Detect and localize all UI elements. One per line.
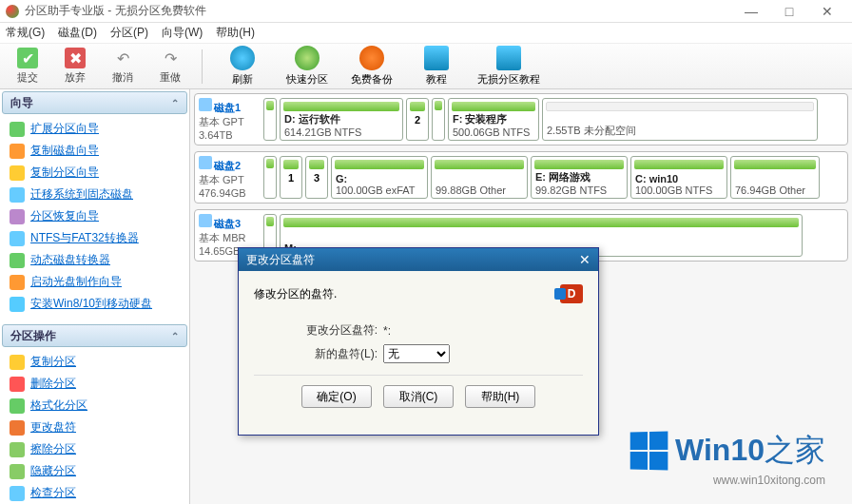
partition[interactable]: E: 网络游戏99.82GB NTFS (531, 156, 628, 199)
ops-item-label: 复制分区 (30, 354, 76, 370)
close-button[interactable]: ✕ (808, 1, 846, 22)
partition-name: F: 安装程序 (453, 112, 534, 126)
watermark-url: www.win10xitong.com (629, 474, 825, 487)
panel-ops-header[interactable]: 分区操作 ⌃ (2, 324, 187, 347)
ops-item[interactable]: 擦除分区 (6, 438, 184, 460)
partition[interactable] (263, 156, 277, 199)
ops-item[interactable]: 格式化分区 (6, 395, 184, 417)
tutorial-icon (424, 46, 449, 70)
wizard-icon (10, 297, 25, 312)
label-current-letter: 更改分区盘符: (254, 322, 378, 339)
ops-item[interactable]: 检查分区 (6, 482, 184, 504)
partition-name: D: 运行软件 (284, 112, 398, 126)
disk-label[interactable]: 磁盘2基本 GPT476.94GB (199, 156, 260, 199)
ops-icon (10, 355, 25, 370)
watermark: Win10之家 www.win10xitong.com (629, 430, 825, 487)
check-icon: ✔ (17, 48, 38, 68)
btn-discard[interactable]: ✖放弃 (53, 46, 97, 87)
partition[interactable]: C: win10100.00GB NTFS (630, 156, 727, 199)
ops-icon (10, 398, 25, 414)
wizard-item[interactable]: 迁移系统到固态磁盘 (6, 184, 184, 205)
panel-wizard-header[interactable]: 向导 ⌃ (2, 91, 187, 114)
btn-undo[interactable]: ↶撤消 (101, 46, 145, 87)
refresh-icon (230, 46, 255, 70)
partition-size: 100.00GB NTFS (635, 184, 723, 196)
menu-partition[interactable]: 分区(P) (110, 25, 148, 41)
partition-strip: D: 运行软件614.21GB NTFS2F: 安装程序500.06GB NTF… (263, 98, 843, 141)
menu-help[interactable]: 帮助(H) (216, 25, 255, 41)
disk-card: 磁盘2基本 GPT476.94GB13G:100.00GB exFAT 99.8… (194, 151, 848, 204)
wizard-item[interactable]: 启动光盘制作向导 (6, 271, 184, 293)
wizard-item[interactable]: 安装Win8/10到移动硬盘 (6, 293, 184, 315)
btn-backup[interactable]: 免费备份 (341, 46, 402, 87)
ops-item[interactable]: 删除分区 (6, 373, 184, 395)
partition[interactable]: G:100.00GB exFAT (331, 156, 428, 199)
dialog-title: 更改分区盘符 (246, 252, 315, 268)
dialog-desc: 修改分区的盘符. (254, 286, 337, 302)
maximize-button[interactable]: □ (770, 1, 808, 22)
dialog-title-bar[interactable]: 更改分区盘符 ✕ (239, 248, 598, 271)
partition[interactable]: F: 安装程序500.06GB NTFS (448, 98, 539, 141)
btn-quickpart[interactable]: 快速分区 (277, 46, 338, 87)
wizard-item[interactable]: 复制磁盘向导 (6, 140, 184, 162)
ops-item[interactable]: 隐藏分区 (6, 460, 184, 482)
change-drive-letter-dialog: 更改分区盘符 ✕ 修改分区的盘符. D 更改分区盘符: *: 新的盘符(L): … (238, 247, 599, 436)
partition[interactable]: 76.94GB Other (730, 156, 820, 199)
partition[interactable]: 3 (305, 156, 328, 199)
partition-name: E: 网络游戏 (535, 170, 623, 184)
partition[interactable] (432, 98, 445, 141)
partition-size: 99.88GB Other (436, 184, 523, 196)
ops-item-label: 隐藏分区 (30, 463, 76, 479)
redo-icon: ↷ (160, 48, 181, 68)
btn-tutorial[interactable]: 教程 (406, 46, 467, 87)
select-new-letter[interactable]: 无 (383, 344, 450, 363)
ops-item[interactable]: 更改盘符 (6, 417, 184, 438)
wizard-item[interactable]: 分区恢复向导 (6, 205, 184, 227)
minimize-button[interactable]: — (732, 1, 770, 22)
wizard-item-label: 分区恢复向导 (30, 208, 99, 224)
partition-size: 76.94GB Other (735, 184, 815, 196)
partition[interactable]: 2.55TB 未分配空间 (542, 98, 818, 141)
ops-icon (10, 377, 25, 392)
ops-icon (10, 464, 25, 479)
partition[interactable]: D: 运行软件614.21GB NTFS (280, 98, 403, 141)
btn-redo[interactable]: ↷重做 (148, 46, 192, 87)
dialog-cancel-button[interactable]: 取消(C) (383, 385, 454, 408)
partition-size: 614.21GB NTFS (284, 126, 398, 138)
dialog-ok-button[interactable]: 确定(O) (301, 385, 372, 408)
partition[interactable] (263, 98, 277, 141)
btn-commit[interactable]: ✔提交 (6, 46, 49, 87)
separator (202, 49, 203, 84)
btn-ndtutorial[interactable]: 无损分区教程 (471, 46, 547, 87)
ops-item-label: 擦除分区 (30, 441, 76, 457)
wizard-icon (10, 122, 25, 137)
wizard-item[interactable]: 扩展分区向导 (6, 118, 184, 140)
wizard-item-label: 复制磁盘向导 (30, 143, 99, 159)
menu-disk[interactable]: 磁盘(D) (58, 25, 97, 41)
partition[interactable]: 99.88GB Other (431, 156, 528, 199)
partition[interactable]: 1 (280, 156, 302, 199)
wizard-item-label: 启动光盘制作向导 (30, 274, 122, 290)
wizard-item[interactable]: 复制分区向导 (6, 162, 184, 184)
ops-item[interactable]: 复制分区 (6, 351, 184, 373)
label-new-letter: 新的盘符(L): (254, 346, 378, 362)
wizard-icon (10, 275, 25, 290)
collapse-icon: ⌃ (171, 98, 179, 108)
btn-refresh[interactable]: 刷新 (212, 46, 273, 87)
toolbar: ✔提交 ✖放弃 ↶撤消 ↷重做 刷新 快速分区 免费备份 教程 无损分区教程 (0, 44, 852, 89)
partition[interactable]: 2 (406, 98, 429, 141)
disk-label[interactable]: 磁盘1基本 GPT3.64TB (199, 98, 260, 141)
menu-bar: 常规(G) 磁盘(D) 分区(P) 向导(W) 帮助(H) (0, 23, 852, 44)
menu-general[interactable]: 常规(G) (6, 25, 45, 41)
dialog-body: 修改分区的盘符. D 更改分区盘符: *: 新的盘符(L): 无 确定(O) 取… (239, 271, 598, 435)
wizard-item-label: 迁移系统到固态磁盘 (30, 186, 133, 203)
dialog-help-button[interactable]: 帮助(H) (465, 385, 535, 408)
wizard-item[interactable]: 动态磁盘转换器 (6, 249, 184, 271)
wizard-item[interactable]: NTFS与FAT32转换器 (6, 227, 184, 249)
partition-name: G: (336, 173, 423, 184)
disk-icon (199, 214, 212, 227)
menu-wizard[interactable]: 向导(W) (162, 25, 203, 41)
dialog-close-button[interactable]: ✕ (579, 252, 591, 267)
partition-strip: 13G:100.00GB exFAT 99.88GB OtherE: 网络游戏9… (263, 156, 843, 199)
wizard-icon (10, 165, 25, 181)
